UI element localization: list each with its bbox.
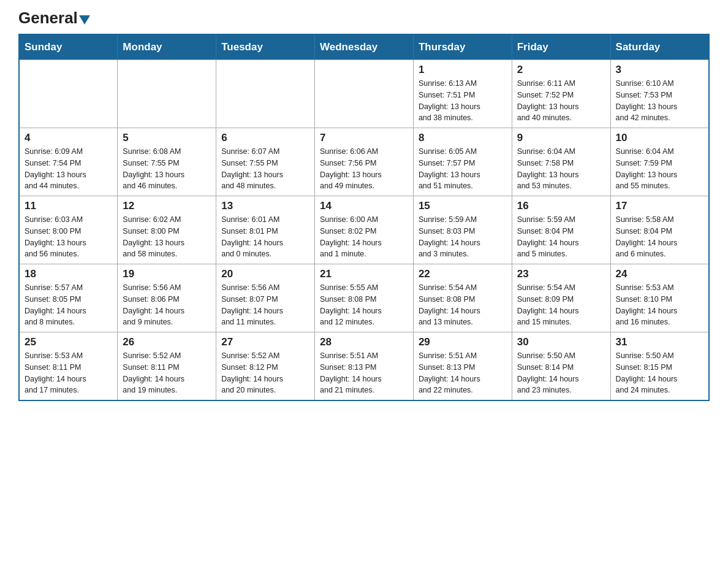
- day-info: Sunrise: 5:58 AMSunset: 8:04 PMDaylight:…: [616, 214, 703, 260]
- day-info: Sunrise: 5:54 AMSunset: 8:08 PMDaylight:…: [419, 282, 507, 328]
- day-info: Sunrise: 5:55 AMSunset: 8:08 PMDaylight:…: [320, 282, 408, 328]
- day-info: Sunrise: 6:07 AMSunset: 7:55 PMDaylight:…: [221, 146, 309, 192]
- calendar-day-cell: 30Sunrise: 5:50 AMSunset: 8:14 PMDayligh…: [512, 332, 610, 401]
- calendar-day-cell: 18Sunrise: 5:57 AMSunset: 8:05 PMDayligh…: [19, 264, 118, 332]
- calendar-week-row: 4Sunrise: 6:09 AMSunset: 7:54 PMDaylight…: [19, 128, 709, 196]
- calendar-day-cell: 13Sunrise: 6:01 AMSunset: 8:01 PMDayligh…: [216, 196, 315, 264]
- day-number: 9: [517, 132, 605, 144]
- day-number: 18: [25, 268, 112, 280]
- day-info: Sunrise: 5:59 AMSunset: 8:04 PMDaylight:…: [517, 214, 605, 260]
- page-header: General: [18, 12, 710, 28]
- calendar-day-cell: 7Sunrise: 6:06 AMSunset: 7:56 PMDaylight…: [315, 128, 414, 196]
- calendar-day-cell: 11Sunrise: 6:03 AMSunset: 8:00 PMDayligh…: [19, 196, 118, 264]
- day-number: 21: [320, 268, 408, 280]
- calendar-weekday-header: Wednesday: [315, 34, 414, 60]
- day-info: Sunrise: 5:59 AMSunset: 8:03 PMDaylight:…: [419, 214, 507, 260]
- calendar-day-cell: 23Sunrise: 5:54 AMSunset: 8:09 PMDayligh…: [512, 264, 610, 332]
- calendar-day-cell: 14Sunrise: 6:00 AMSunset: 8:02 PMDayligh…: [315, 196, 414, 264]
- calendar-day-cell: 28Sunrise: 5:51 AMSunset: 8:13 PMDayligh…: [315, 332, 414, 401]
- calendar-weekday-header: Friday: [512, 34, 610, 60]
- day-number: 6: [221, 132, 309, 144]
- logo-arrow-icon: [79, 15, 90, 25]
- logo: General: [18, 12, 91, 28]
- calendar-week-row: 11Sunrise: 6:03 AMSunset: 8:00 PMDayligh…: [19, 196, 709, 264]
- day-info: Sunrise: 5:56 AMSunset: 8:06 PMDaylight:…: [123, 282, 211, 328]
- day-info: Sunrise: 6:00 AMSunset: 8:02 PMDaylight:…: [320, 214, 408, 260]
- day-number: 29: [419, 336, 507, 348]
- day-number: 31: [616, 336, 703, 348]
- day-number: 4: [25, 132, 112, 144]
- day-info: Sunrise: 6:10 AMSunset: 7:53 PMDaylight:…: [616, 78, 703, 124]
- day-number: 16: [517, 200, 605, 212]
- day-number: 19: [123, 268, 211, 280]
- day-number: 11: [25, 200, 112, 212]
- calendar-header-row: SundayMondayTuesdayWednesdayThursdayFrid…: [19, 34, 709, 60]
- day-number: 14: [320, 200, 408, 212]
- calendar-day-cell: 3Sunrise: 6:10 AMSunset: 7:53 PMDaylight…: [610, 60, 709, 128]
- day-info: Sunrise: 6:11 AMSunset: 7:52 PMDaylight:…: [517, 78, 605, 124]
- day-number: 10: [616, 132, 703, 144]
- day-number: 20: [221, 268, 309, 280]
- calendar-day-cell: [118, 60, 216, 128]
- day-info: Sunrise: 6:03 AMSunset: 8:00 PMDaylight:…: [25, 214, 112, 260]
- day-number: 15: [419, 200, 507, 212]
- day-number: 3: [616, 64, 703, 76]
- calendar-day-cell: 15Sunrise: 5:59 AMSunset: 8:03 PMDayligh…: [413, 196, 512, 264]
- calendar-day-cell: 21Sunrise: 5:55 AMSunset: 8:08 PMDayligh…: [315, 264, 414, 332]
- day-number: 1: [419, 64, 507, 76]
- calendar-day-cell: 17Sunrise: 5:58 AMSunset: 8:04 PMDayligh…: [610, 196, 709, 264]
- calendar-week-row: 25Sunrise: 5:53 AMSunset: 8:11 PMDayligh…: [19, 332, 709, 401]
- calendar-day-cell: 29Sunrise: 5:51 AMSunset: 8:13 PMDayligh…: [413, 332, 512, 401]
- calendar-day-cell: 10Sunrise: 6:04 AMSunset: 7:59 PMDayligh…: [610, 128, 709, 196]
- calendar-day-cell: [19, 60, 118, 128]
- calendar-day-cell: 19Sunrise: 5:56 AMSunset: 8:06 PMDayligh…: [118, 264, 216, 332]
- day-info: Sunrise: 5:50 AMSunset: 8:15 PMDaylight:…: [616, 350, 703, 396]
- day-info: Sunrise: 5:50 AMSunset: 8:14 PMDaylight:…: [517, 350, 605, 396]
- calendar-day-cell: 12Sunrise: 6:02 AMSunset: 8:00 PMDayligh…: [118, 196, 216, 264]
- day-number: 24: [616, 268, 703, 280]
- calendar-day-cell: 24Sunrise: 5:53 AMSunset: 8:10 PMDayligh…: [610, 264, 709, 332]
- calendar-day-cell: 26Sunrise: 5:52 AMSunset: 8:11 PMDayligh…: [118, 332, 216, 401]
- calendar-day-cell: [315, 60, 414, 128]
- calendar-day-cell: 16Sunrise: 5:59 AMSunset: 8:04 PMDayligh…: [512, 196, 610, 264]
- day-info: Sunrise: 5:54 AMSunset: 8:09 PMDaylight:…: [517, 282, 605, 328]
- calendar-day-cell: 22Sunrise: 5:54 AMSunset: 8:08 PMDayligh…: [413, 264, 512, 332]
- calendar-day-cell: 31Sunrise: 5:50 AMSunset: 8:15 PMDayligh…: [610, 332, 709, 401]
- day-number: 7: [320, 132, 408, 144]
- day-info: Sunrise: 6:01 AMSunset: 8:01 PMDaylight:…: [221, 214, 309, 260]
- day-info: Sunrise: 5:56 AMSunset: 8:07 PMDaylight:…: [221, 282, 309, 328]
- day-number: 12: [123, 200, 211, 212]
- day-number: 27: [221, 336, 309, 348]
- day-number: 8: [419, 132, 507, 144]
- day-info: Sunrise: 5:51 AMSunset: 8:13 PMDaylight:…: [320, 350, 408, 396]
- calendar-week-row: 18Sunrise: 5:57 AMSunset: 8:05 PMDayligh…: [19, 264, 709, 332]
- day-info: Sunrise: 5:53 AMSunset: 8:11 PMDaylight:…: [25, 350, 112, 396]
- day-info: Sunrise: 5:53 AMSunset: 8:10 PMDaylight:…: [616, 282, 703, 328]
- day-info: Sunrise: 5:51 AMSunset: 8:13 PMDaylight:…: [419, 350, 507, 396]
- calendar-day-cell: 25Sunrise: 5:53 AMSunset: 8:11 PMDayligh…: [19, 332, 118, 401]
- day-number: 2: [517, 64, 605, 76]
- calendar-day-cell: [216, 60, 315, 128]
- day-number: 13: [221, 200, 309, 212]
- calendar-day-cell: 9Sunrise: 6:04 AMSunset: 7:58 PMDaylight…: [512, 128, 610, 196]
- day-number: 26: [123, 336, 211, 348]
- day-info: Sunrise: 5:57 AMSunset: 8:05 PMDaylight:…: [25, 282, 112, 328]
- day-info: Sunrise: 6:08 AMSunset: 7:55 PMDaylight:…: [123, 146, 211, 192]
- day-info: Sunrise: 6:05 AMSunset: 7:57 PMDaylight:…: [419, 146, 507, 192]
- calendar-week-row: 1Sunrise: 6:13 AMSunset: 7:51 PMDaylight…: [19, 60, 709, 128]
- calendar-table: SundayMondayTuesdayWednesdayThursdayFrid…: [18, 34, 710, 401]
- day-number: 25: [25, 336, 112, 348]
- calendar-day-cell: 5Sunrise: 6:08 AMSunset: 7:55 PMDaylight…: [118, 128, 216, 196]
- day-number: 28: [320, 336, 408, 348]
- calendar-day-cell: 27Sunrise: 5:52 AMSunset: 8:12 PMDayligh…: [216, 332, 315, 401]
- calendar-day-cell: 4Sunrise: 6:09 AMSunset: 7:54 PMDaylight…: [19, 128, 118, 196]
- calendar-day-cell: 20Sunrise: 5:56 AMSunset: 8:07 PMDayligh…: [216, 264, 315, 332]
- day-number: 22: [419, 268, 507, 280]
- calendar-day-cell: 6Sunrise: 6:07 AMSunset: 7:55 PMDaylight…: [216, 128, 315, 196]
- day-info: Sunrise: 6:09 AMSunset: 7:54 PMDaylight:…: [25, 146, 112, 192]
- logo-general-full: General: [18, 9, 78, 28]
- day-number: 30: [517, 336, 605, 348]
- day-info: Sunrise: 6:04 AMSunset: 7:58 PMDaylight:…: [517, 146, 605, 192]
- calendar-day-cell: 8Sunrise: 6:05 AMSunset: 7:57 PMDaylight…: [413, 128, 512, 196]
- calendar-weekday-header: Sunday: [19, 34, 118, 60]
